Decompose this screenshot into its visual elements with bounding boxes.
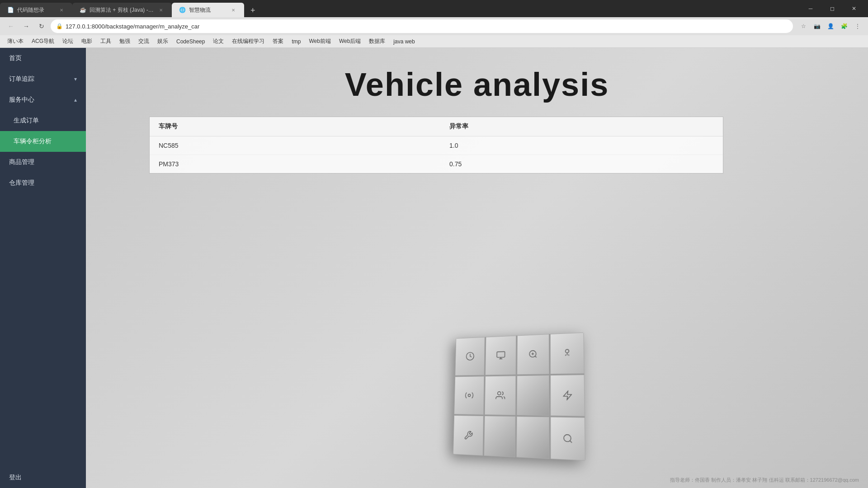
table-row: PM373 0.75 xyxy=(150,155,723,174)
panel-cell-3 xyxy=(517,334,549,375)
tab-3-close[interactable]: ✕ xyxy=(230,6,237,14)
bookmark-entertainment[interactable]: 娱乐 xyxy=(154,37,172,46)
sidebar-item-vehicle-analysis[interactable]: 车辆令柜分析 xyxy=(0,131,86,152)
bookmark-thin-book[interactable]: 薄い本 xyxy=(4,37,27,46)
panel-cell-9 xyxy=(453,415,484,455)
svg-point-8 xyxy=(563,434,571,441)
col-header-rate: 异常率 xyxy=(440,117,723,136)
bookmark-study[interactable]: 勉强 xyxy=(116,37,134,46)
sidebar-logout-label: 登出 xyxy=(9,474,22,482)
panel-cell-4 xyxy=(550,333,585,374)
svg-point-5 xyxy=(565,350,569,353)
tab-1-favicon: 📄 xyxy=(7,7,14,13)
sidebar-warehouse-mgmt-label: 仓库管理 xyxy=(9,179,34,187)
plate-pm373: PM373 xyxy=(150,155,440,174)
svg-rect-1 xyxy=(497,352,505,357)
decorative-panel xyxy=(451,334,582,461)
bookmark-web-frontend[interactable]: Web前端 xyxy=(305,37,334,46)
minimize-button[interactable]: ─ xyxy=(800,1,821,16)
address-bar-row: ← → ↻ 🔒 127.0.0.1:8000/backstage/manager… xyxy=(0,17,868,35)
tab-3[interactable]: 🌐 智慧物流 ✕ xyxy=(172,3,244,17)
bookmark-codesheep[interactable]: CodeSheep xyxy=(173,38,208,46)
close-button[interactable]: ✕ xyxy=(844,1,864,16)
panel-grid xyxy=(453,333,585,461)
panel-cell-2 xyxy=(485,336,516,375)
tab-bar: 📄 代码随想录 ✕ ☕ 回溯算法 + 剪枝 (Java) - 组合... ✕ 🌐… xyxy=(0,0,800,17)
sidebar-item-product-mgmt[interactable]: 商品管理 xyxy=(0,152,86,173)
panel-cell-10 xyxy=(484,416,515,457)
tab-3-label: 智慧物流 xyxy=(189,6,226,14)
forward-button[interactable]: → xyxy=(20,20,33,33)
sidebar-vehicle-analysis-label: 车辆令柜分析 xyxy=(14,137,52,145)
bookmark-tools[interactable]: 工具 xyxy=(97,37,115,46)
main-content: Vehicle analysis 车牌号 异常率 NC585 1.0 xyxy=(86,48,868,488)
tab-1[interactable]: 📄 代码随想录 ✕ xyxy=(0,3,72,17)
sidebar-order-tracking-label: 订单追踪 xyxy=(9,75,34,83)
sidebar-item-logout[interactable]: 登出 xyxy=(0,467,86,488)
tab-3-favicon: 🌐 xyxy=(179,7,185,13)
bookmark-web-backend[interactable]: Web后端 xyxy=(335,37,364,46)
bookmark-java-web[interactable]: java web xyxy=(390,38,418,46)
tab-2-close[interactable]: ✕ xyxy=(157,6,165,14)
restore-button[interactable]: ◻ xyxy=(822,1,843,16)
panel-cell-12 xyxy=(550,417,585,461)
vehicle-table-container: 车牌号 异常率 NC585 1.0 PM373 0.75 xyxy=(149,117,723,174)
refresh-button[interactable]: ↻ xyxy=(35,20,48,33)
extension-button[interactable]: 🧩 xyxy=(838,20,850,32)
rate-nc585: 1.0 xyxy=(440,136,723,155)
sidebar-create-order-label: 生成订单 xyxy=(14,117,39,125)
profile-button[interactable]: 👤 xyxy=(825,20,836,32)
bookmark-online-coding[interactable]: 在线编程学习 xyxy=(228,37,268,46)
url-text: 127.0.0.1:8000/backstage/manager/m_analy… xyxy=(66,23,199,30)
new-tab-button[interactable]: + xyxy=(246,4,260,17)
sidebar-product-mgmt-label: 商品管理 xyxy=(9,158,34,166)
bookmark-forum[interactable]: 论坛 xyxy=(59,37,77,46)
bookmark-database[interactable]: 数据库 xyxy=(365,37,389,46)
sidebar-service-center-label: 服务中心 xyxy=(9,96,34,104)
bookmark-answers[interactable]: 答案 xyxy=(269,37,287,46)
footer-text: 指导老师：佟国香 制作人员：潘孝安 林子翔 伍科运 联系邮箱：127219667… xyxy=(670,477,859,483)
sidebar-item-home[interactable]: 首页 xyxy=(0,48,86,69)
screenshot-button[interactable]: 📷 xyxy=(811,20,823,32)
back-button[interactable]: ← xyxy=(5,20,17,33)
table-row: NC585 1.0 xyxy=(150,136,723,155)
bookmark-paper[interactable]: 论文 xyxy=(209,37,227,46)
bookmark-movies[interactable]: 电影 xyxy=(78,37,96,46)
bookmark-exchange[interactable]: 交流 xyxy=(135,37,153,46)
panel-cell-7 xyxy=(517,375,550,416)
panel-cell-8 xyxy=(550,375,585,417)
tab-1-close[interactable]: ✕ xyxy=(58,6,65,14)
sidebar-item-create-order[interactable]: 生成订单 xyxy=(0,110,86,131)
lock-icon: 🔒 xyxy=(56,23,63,29)
chevron-up-icon: ▴ xyxy=(74,97,77,103)
sidebar-item-service-center[interactable]: 服务中心 ▴ xyxy=(0,89,86,110)
tab-2-label: 回溯算法 + 剪枝 (Java) - 组合... xyxy=(90,6,154,14)
bookmarks-bar: 薄い本 ACG导航 论坛 电影 工具 勉强 交流 娱乐 CodeSheep 论文 xyxy=(0,35,868,48)
window-controls: ─ ◻ ✕ xyxy=(800,0,868,17)
panel-cell-1 xyxy=(455,337,485,375)
tab-2[interactable]: ☕ 回溯算法 + 剪枝 (Java) - 组合... ✕ xyxy=(72,3,172,17)
rate-pm373: 0.75 xyxy=(440,155,723,174)
bookmark-acg[interactable]: ACG导航 xyxy=(28,37,58,46)
browser-window: 📄 代码随想录 ✕ ☕ 回溯算法 + 剪枝 (Java) - 组合... ✕ 🌐… xyxy=(0,0,868,488)
panel-cell-5 xyxy=(454,376,484,415)
bookmark-star-button[interactable]: ☆ xyxy=(797,20,809,32)
panel-cell-11 xyxy=(516,417,549,459)
sidebar-item-order-tracking[interactable]: 订单追踪 ▾ xyxy=(0,69,86,89)
app-container: 首页 订单追踪 ▾ 服务中心 ▴ 生成订单 车辆令柜分析 商品管理 仓库管理 xyxy=(0,48,868,488)
tab-2-favicon: ☕ xyxy=(80,7,86,13)
menu-button[interactable]: ⋮ xyxy=(852,20,863,32)
tab-1-label: 代码随想录 xyxy=(17,6,54,14)
svg-point-7 xyxy=(497,392,500,395)
sidebar-home-label: 首页 xyxy=(9,54,22,62)
chevron-down-icon: ▾ xyxy=(74,76,77,82)
bookmark-tmp[interactable]: tmp xyxy=(288,38,304,46)
vehicle-table: 车牌号 异常率 NC585 1.0 PM373 0.75 xyxy=(150,117,723,173)
col-header-plate: 车牌号 xyxy=(150,117,440,136)
sidebar-item-warehouse-mgmt[interactable]: 仓库管理 xyxy=(0,173,86,193)
plate-nc585: NC585 xyxy=(150,136,440,155)
page-title: Vehicle analysis xyxy=(86,48,868,117)
sidebar: 首页 订单追踪 ▾ 服务中心 ▴ 生成订单 车辆令柜分析 商品管理 仓库管理 xyxy=(0,48,86,488)
address-bar[interactable]: 🔒 127.0.0.1:8000/backstage/manager/m_ana… xyxy=(51,19,793,33)
panel-cell-6 xyxy=(485,375,516,416)
